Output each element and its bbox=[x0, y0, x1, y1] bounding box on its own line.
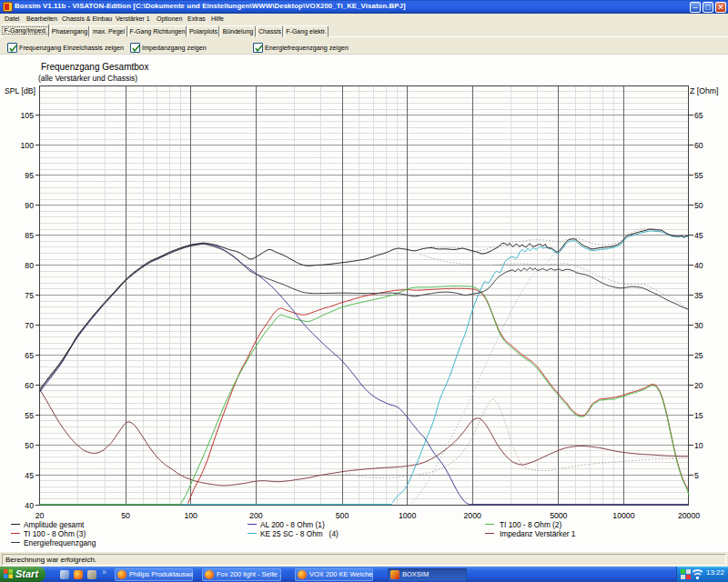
svg-text:Amplitude gesamt: Amplitude gesamt bbox=[24, 520, 85, 529]
svg-text:90: 90 bbox=[25, 201, 34, 210]
svg-text:65: 65 bbox=[694, 111, 703, 120]
svg-text:55: 55 bbox=[694, 171, 703, 180]
svg-text:20000: 20000 bbox=[678, 511, 700, 520]
svg-text:40: 40 bbox=[25, 501, 34, 510]
svg-text:(alle Verstärker und Chassis): (alle Verstärker und Chassis) bbox=[38, 74, 137, 83]
svg-text:100: 100 bbox=[21, 141, 35, 150]
svg-text:200: 200 bbox=[249, 511, 263, 520]
svg-text:35: 35 bbox=[694, 291, 703, 300]
svg-text:70: 70 bbox=[25, 321, 34, 330]
svg-text:100: 100 bbox=[184, 511, 197, 520]
svg-text:Energiefrequenzgang: Energiefrequenzgang bbox=[24, 538, 96, 547]
svg-text:55: 55 bbox=[25, 411, 34, 420]
svg-text:30: 30 bbox=[694, 321, 703, 330]
svg-text:20: 20 bbox=[35, 511, 45, 520]
svg-text:500: 500 bbox=[336, 511, 349, 520]
svg-text:105: 105 bbox=[21, 111, 35, 120]
svg-text:45: 45 bbox=[25, 471, 34, 480]
svg-text:50: 50 bbox=[121, 511, 130, 520]
svg-text:AL 200 - 8 Ohm (1): AL 200 - 8 Ohm (1) bbox=[260, 520, 325, 529]
svg-text:60: 60 bbox=[694, 141, 703, 150]
svg-text:20: 20 bbox=[694, 381, 703, 390]
svg-text:10: 10 bbox=[694, 441, 703, 450]
svg-text:75: 75 bbox=[25, 291, 34, 300]
svg-text:5000: 5000 bbox=[550, 511, 567, 520]
svg-text:95: 95 bbox=[25, 171, 34, 180]
svg-text:Z [Ohm]: Z [Ohm] bbox=[690, 86, 718, 95]
svg-text:65: 65 bbox=[25, 351, 34, 360]
svg-text:2000: 2000 bbox=[464, 511, 481, 520]
svg-text:60: 60 bbox=[25, 381, 34, 390]
svg-text:80: 80 bbox=[25, 261, 34, 270]
svg-text:TI 100 - 8 Ohm (2): TI 100 - 8 Ohm (2) bbox=[500, 520, 561, 529]
svg-text:15: 15 bbox=[694, 411, 703, 420]
svg-text:40: 40 bbox=[694, 261, 703, 270]
svg-text:10000: 10000 bbox=[612, 511, 634, 520]
svg-text:Impedanz Verstärker 1: Impedanz Verstärker 1 bbox=[500, 529, 576, 538]
svg-text:50: 50 bbox=[694, 201, 703, 210]
svg-text:1000: 1000 bbox=[399, 511, 416, 520]
svg-text:50: 50 bbox=[25, 441, 34, 450]
svg-text:KE 25 SC - 8 Ohm (4): KE 25 SC - 8 Ohm (4) bbox=[260, 529, 339, 538]
svg-text:SPL [dB]: SPL [dB] bbox=[5, 86, 35, 95]
svg-text:5: 5 bbox=[694, 471, 699, 480]
svg-text:85: 85 bbox=[25, 231, 34, 240]
svg-text:Frequenzgang Gesamtbox: Frequenzgang Gesamtbox bbox=[41, 62, 148, 72]
svg-text:25: 25 bbox=[694, 351, 703, 360]
svg-text:45: 45 bbox=[694, 231, 703, 240]
svg-text:TI 100 - 8 Ohm (3): TI 100 - 8 Ohm (3) bbox=[24, 529, 86, 538]
